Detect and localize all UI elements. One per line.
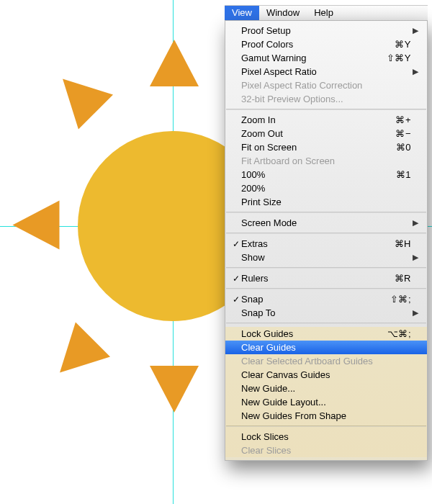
- menu-new-guide[interactable]: New Guide...: [225, 382, 427, 395]
- menu-clear-slices: Clear Slices: [225, 444, 427, 457]
- submenu-arrow-icon: ▶: [411, 218, 418, 228]
- checkmark-icon: ✓: [231, 239, 241, 249]
- menu-separator: [226, 109, 426, 110]
- view-menu: Proof Setup▶ Proof Colors⌘Y Gamut Warnin…: [225, 20, 428, 461]
- sun-ray: [13, 201, 60, 250]
- menu-separator: [226, 233, 426, 234]
- menu-lock-slices[interactable]: Lock Slices: [225, 430, 427, 444]
- menu-separator: [226, 267, 426, 269]
- sun-ray: [42, 322, 110, 390]
- menu-clear-canvas-guides[interactable]: Clear Canvas Guides: [225, 368, 427, 382]
- menubar: View Window Help: [225, 5, 428, 21]
- menu-zoom-out[interactable]: Zoom Out⌘−: [225, 127, 427, 140]
- checkmark-icon: ✓: [231, 294, 241, 305]
- menu-fit-on-screen[interactable]: Fit on Screen⌘0: [225, 140, 427, 154]
- submenu-arrow-icon: ▶: [411, 308, 418, 318]
- menu-gamut-warning[interactable]: Gamut Warning⇧⌘Y: [225, 51, 427, 65]
- menu-32bit-preview-options: 32-bit Preview Options...: [225, 92, 427, 106]
- menubar-help[interactable]: Help: [307, 6, 341, 20]
- submenu-arrow-icon: ▶: [411, 26, 418, 35]
- menu-print-size[interactable]: Print Size: [225, 195, 427, 209]
- submenu-arrow-icon: ▶: [411, 67, 418, 76]
- menu-proof-colors[interactable]: Proof Colors⌘Y: [225, 37, 427, 51]
- menubar-view[interactable]: View: [225, 6, 259, 20]
- sun-ray: [45, 61, 113, 129]
- menu-extras[interactable]: ✓Extras⌘H: [225, 237, 427, 251]
- menu-snap[interactable]: ✓Snap⇧⌘;: [225, 292, 427, 306]
- menu-screen-mode[interactable]: Screen Mode▶: [225, 216, 427, 230]
- menu-zoom-in[interactable]: Zoom In⌘+: [225, 113, 427, 127]
- menu-show[interactable]: Show▶: [225, 251, 427, 264]
- menu-fit-artboard: Fit Artboard on Screen: [225, 154, 427, 168]
- sun-ray: [150, 366, 199, 413]
- menu-clear-selected-artboard-guides: Clear Selected Artboard Guides: [225, 354, 427, 368]
- menu-rulers[interactable]: ✓Rulers⌘R: [225, 271, 427, 285]
- submenu-arrow-icon: ▶: [411, 253, 418, 262]
- menu-new-guide-layout[interactable]: New Guide Layout...: [225, 395, 427, 409]
- menu-separator: [226, 323, 426, 324]
- menu-pixel-aspect-correction: Pixel Aspect Ratio Correction: [225, 78, 427, 92]
- menu-separator: [226, 426, 426, 427]
- menu-separator: [226, 212, 426, 213]
- menu-200-percent[interactable]: 200%: [225, 181, 427, 195]
- menu-separator: [226, 288, 426, 289]
- menu-proof-setup[interactable]: Proof Setup▶: [225, 24, 427, 37]
- menu-snap-to[interactable]: Snap To▶: [225, 306, 427, 320]
- menubar-window[interactable]: Window: [259, 6, 307, 20]
- sun-ray: [150, 40, 199, 86]
- menu-clear-guides[interactable]: Clear Guides: [225, 341, 427, 354]
- checkmark-icon: ✓: [231, 274, 241, 284]
- menu-100-percent[interactable]: 100%⌘1: [225, 168, 427, 181]
- menu-pixel-aspect-ratio[interactable]: Pixel Aspect Ratio▶: [225, 65, 427, 78]
- menu-new-guides-from-shape[interactable]: New Guides From Shape: [225, 409, 427, 423]
- menu-lock-guides[interactable]: Lock Guides⌥⌘;: [225, 327, 427, 341]
